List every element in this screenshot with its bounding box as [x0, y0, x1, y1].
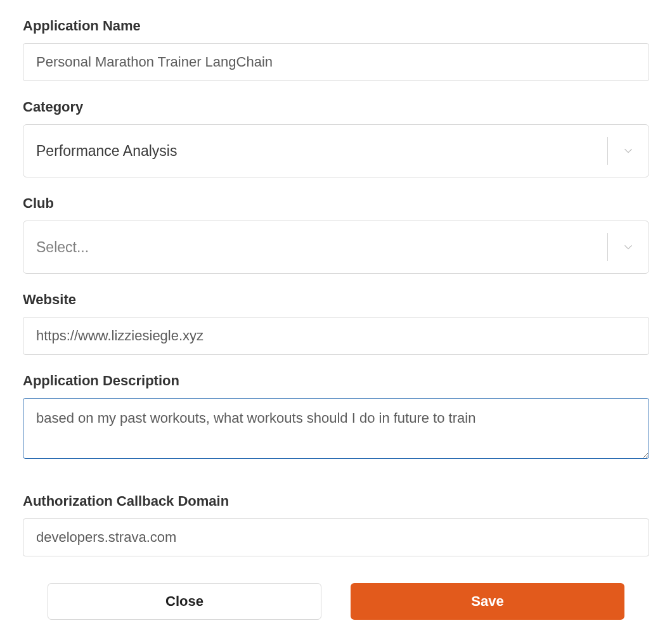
application-description-textarea[interactable]	[23, 398, 649, 459]
website-input[interactable]	[23, 317, 649, 355]
category-selected-value: Performance Analysis	[23, 143, 607, 160]
club-label: Club	[23, 195, 649, 212]
close-button[interactable]: Close	[48, 583, 321, 620]
club-group: Club Select...	[23, 195, 649, 274]
category-label: Category	[23, 99, 649, 115]
save-button[interactable]: Save	[351, 583, 624, 620]
club-select[interactable]: Select...	[23, 221, 649, 274]
button-row: Close Save	[23, 583, 649, 620]
club-placeholder: Select...	[23, 239, 607, 256]
chevron-down-icon	[608, 144, 649, 158]
application-description-label: Application Description	[23, 373, 649, 389]
website-group: Website	[23, 292, 649, 355]
chevron-down-icon	[608, 240, 649, 254]
application-name-group: Application Name	[23, 18, 649, 81]
website-label: Website	[23, 292, 649, 308]
authorization-callback-domain-input[interactable]	[23, 518, 649, 556]
application-name-input[interactable]	[23, 43, 649, 81]
category-select[interactable]: Performance Analysis	[23, 124, 649, 177]
application-description-group: Application Description	[23, 373, 649, 461]
authorization-callback-domain-label: Authorization Callback Domain	[23, 493, 649, 510]
authorization-callback-domain-group: Authorization Callback Domain	[23, 493, 649, 556]
category-group: Category Performance Analysis	[23, 99, 649, 177]
application-name-label: Application Name	[23, 18, 649, 34]
